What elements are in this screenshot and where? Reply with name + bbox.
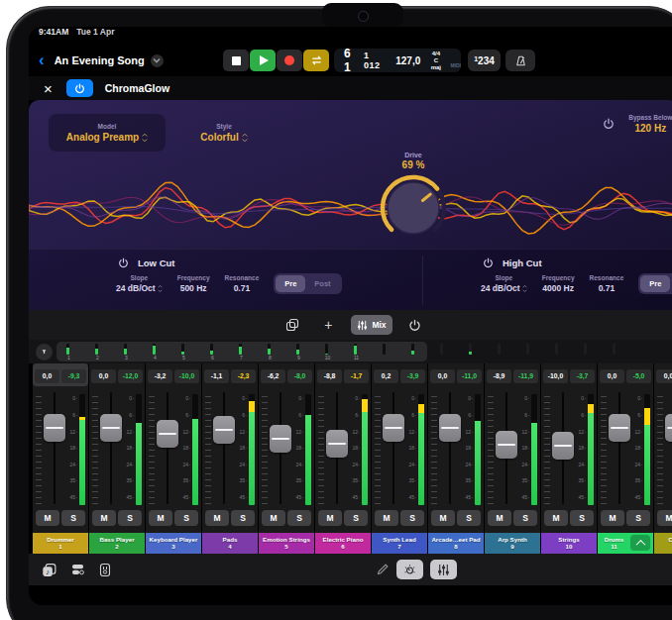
- fader-value[interactable]: -3,2: [148, 369, 172, 383]
- volume-fader[interactable]: [551, 388, 574, 508]
- volume-fader[interactable]: [495, 388, 517, 508]
- fader-value[interactable]: -1,1: [204, 369, 229, 383]
- track-nameplate[interactable]: Keyboard Player 3: [146, 533, 201, 554]
- solo-button[interactable]: S: [513, 510, 537, 526]
- volume-fader[interactable]: [438, 388, 461, 508]
- fader-cap[interactable]: [496, 431, 517, 459]
- track-nameplate[interactable]: Synth Lead 7: [372, 533, 427, 554]
- volume-fader[interactable]: [382, 388, 404, 508]
- fader-value[interactable]: -6,2: [261, 369, 285, 383]
- track-nameplate[interactable]: Chorus V 12: [654, 533, 672, 554]
- volume-fader[interactable]: [99, 388, 122, 508]
- fader-cap[interactable]: [439, 414, 461, 442]
- filter-tracks-button[interactable]: [36, 344, 53, 361]
- mute-button[interactable]: M: [149, 510, 172, 526]
- volume-fader[interactable]: [325, 388, 348, 508]
- mute-button[interactable]: M: [375, 510, 398, 526]
- solo-button[interactable]: S: [287, 510, 311, 526]
- fader-cap[interactable]: [157, 420, 178, 448]
- post-button[interactable]: Post: [305, 275, 339, 292]
- stop-button[interactable]: [223, 50, 249, 71]
- solo-button[interactable]: S: [174, 510, 198, 526]
- high-cut-resonance[interactable]: Resonance 0.71: [590, 274, 624, 293]
- drive-knob-svg[interactable]: [378, 172, 449, 244]
- mixer-power-button[interactable]: [402, 315, 428, 335]
- count-in-button[interactable]: 1234: [468, 50, 501, 71]
- track-nameplate[interactable]: Emotion Strings 5: [259, 533, 314, 554]
- mute-button[interactable]: M: [601, 510, 624, 526]
- fader-cap[interactable]: [552, 432, 574, 460]
- track-nameplate[interactable]: Strings 10: [541, 533, 597, 554]
- fader-value[interactable]: 0,2: [374, 369, 398, 383]
- mute-button[interactable]: M: [205, 510, 229, 526]
- bypass-power-button[interactable]: [603, 118, 615, 130]
- regions-button[interactable]: [70, 563, 85, 576]
- lcd-display[interactable]: 6 1 1 012 127,0 4/4 C maj MIDI: [334, 49, 461, 72]
- fader-cap[interactable]: [383, 414, 404, 442]
- low-cut-slope[interactable]: Slope 24 dB/Oct: [116, 274, 163, 293]
- track-nameplate[interactable]: Bass Player 2: [89, 533, 145, 554]
- mute-button[interactable]: M: [36, 510, 59, 526]
- add-plugin-button[interactable]: +: [315, 315, 341, 335]
- fader-value[interactable]: 0,0: [91, 369, 116, 383]
- fader-value[interactable]: -8,9: [487, 369, 511, 383]
- solo-button[interactable]: S: [231, 510, 255, 526]
- low-cut-power-button[interactable]: [118, 258, 129, 268]
- mix-view-button[interactable]: Mix: [351, 315, 392, 335]
- volume-fader[interactable]: [156, 388, 178, 508]
- volume-fader[interactable]: [212, 388, 235, 508]
- track-nameplate[interactable]: Drummer 1: [33, 533, 88, 554]
- track-nameplate[interactable]: Electric Piano 6: [315, 533, 371, 554]
- track-nameplate[interactable]: Arp Synth 9: [485, 533, 540, 554]
- copy-settings-button[interactable]: [280, 315, 305, 335]
- track-nameplate[interactable]: Drums 11: [598, 533, 653, 554]
- fader-cap[interactable]: [213, 416, 235, 444]
- mute-button[interactable]: M: [262, 510, 285, 526]
- song-title[interactable]: An Evening Song: [55, 54, 145, 66]
- low-cut-frequency[interactable]: Frequency 500 Hz: [177, 274, 210, 293]
- model-selector[interactable]: Model Analog Preamp: [49, 114, 166, 152]
- back-chevron-icon[interactable]: ‹: [39, 52, 45, 68]
- browser-button[interactable]: ♪: [42, 563, 57, 577]
- metronome-button[interactable]: [505, 50, 535, 71]
- high-cut-power-button[interactable]: [483, 258, 494, 268]
- close-icon[interactable]: ×: [44, 81, 53, 96]
- controls-view-button[interactable]: [396, 560, 423, 579]
- edit-pencil-icon[interactable]: [376, 563, 390, 576]
- fader-value[interactable]: 0,0: [35, 369, 59, 383]
- fader-value[interactable]: 0,0: [600, 369, 624, 383]
- fader-cap[interactable]: [326, 430, 348, 458]
- record-button[interactable]: [277, 50, 302, 71]
- bypass-below-param[interactable]: Bypass Below 120 Hz: [628, 114, 672, 134]
- pre-button[interactable]: Pre: [276, 275, 305, 292]
- mixer-view-button[interactable]: [430, 560, 457, 579]
- play-button[interactable]: [250, 50, 276, 71]
- track-nameplate[interactable]: Arcade…eet Pad 8: [428, 533, 484, 554]
- volume-fader[interactable]: [608, 388, 630, 508]
- low-cut-resonance[interactable]: Resonance 0.71: [225, 274, 260, 293]
- fader-cap[interactable]: [270, 425, 291, 453]
- fader-cap[interactable]: [44, 414, 65, 442]
- solo-button[interactable]: S: [118, 510, 142, 526]
- plugin-power-button[interactable]: [66, 79, 93, 97]
- mute-button[interactable]: M: [544, 510, 568, 526]
- fader-cap[interactable]: [665, 414, 672, 442]
- solo-button[interactable]: S: [626, 510, 650, 526]
- solo-button[interactable]: S: [570, 510, 594, 526]
- plugins-button[interactable]: [98, 563, 112, 577]
- fader-value[interactable]: -10,0: [543, 369, 568, 383]
- song-menu-button[interactable]: [151, 54, 164, 67]
- solo-button[interactable]: S: [344, 510, 368, 526]
- solo-button[interactable]: S: [400, 510, 424, 526]
- solo-button[interactable]: S: [457, 510, 481, 526]
- mute-button[interactable]: M: [431, 510, 455, 526]
- mute-button[interactable]: M: [657, 510, 672, 526]
- volume-fader[interactable]: [43, 388, 65, 508]
- fader-value[interactable]: 0,0: [656, 369, 672, 383]
- fader-value[interactable]: -8,8: [317, 369, 342, 383]
- volume-fader[interactable]: [269, 388, 291, 508]
- mute-button[interactable]: M: [318, 510, 342, 526]
- style-selector[interactable]: Style Colorful: [179, 114, 269, 152]
- volume-fader[interactable]: [664, 388, 672, 508]
- track-nameplate[interactable]: Pads 4: [202, 533, 258, 554]
